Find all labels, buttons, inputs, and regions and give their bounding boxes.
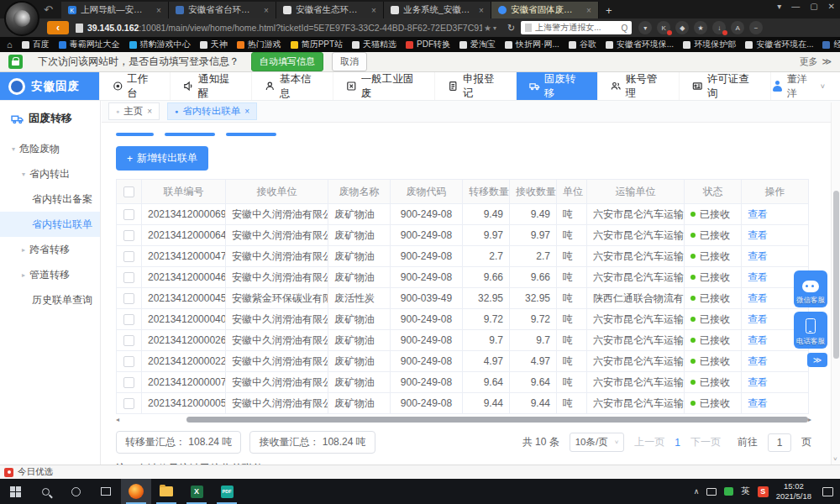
view-link[interactable]: 查看 bbox=[748, 229, 768, 241]
menu-icon[interactable]: − bbox=[749, 21, 763, 34]
sidebar-item-outbound-record[interactable]: 省内转出备案 bbox=[0, 186, 100, 212]
browser-tab[interactable]: 安徽省省台环境厅_... × bbox=[169, 2, 276, 18]
table-horizontal-scrollbar[interactable]: ◂ ▸ bbox=[116, 416, 808, 423]
close-icon[interactable]: × bbox=[244, 107, 249, 116]
browser-tab[interactable]: K 上网导航—安全快捷... × bbox=[61, 2, 169, 18]
view-link[interactable]: 查看 bbox=[748, 376, 768, 388]
more-button[interactable]: 更多 ≫ bbox=[799, 55, 832, 68]
nav-notifications[interactable]: 通知提醒 bbox=[170, 72, 251, 100]
user-menu[interactable]: 董洋洋 ˅ bbox=[771, 72, 825, 100]
nav-workbench[interactable]: 工作台 bbox=[99, 72, 171, 100]
browser-tab-active[interactable]: 安徽省固体废物管理 × bbox=[491, 2, 599, 18]
nav-license-query[interactable]: 许可证查询 bbox=[679, 72, 771, 100]
next-page-button[interactable]: 下一页 bbox=[690, 435, 721, 449]
bookmark-item[interactable]: 热门游戏 bbox=[237, 39, 281, 50]
close-icon[interactable]: × bbox=[156, 6, 161, 15]
row-checkbox[interactable] bbox=[123, 209, 134, 220]
taskbar-clock[interactable]: 15:02 2021/5/18 bbox=[776, 481, 811, 501]
bookmark-item[interactable]: 百度 bbox=[22, 39, 50, 50]
nav-declaration[interactable]: 申报登记 bbox=[434, 72, 516, 100]
dropdown-icon[interactable]: ▾ bbox=[638, 21, 652, 34]
refresh-icon[interactable]: ↻ bbox=[507, 23, 515, 34]
bookmark-item[interactable]: 毒霸网址大全 bbox=[59, 39, 120, 50]
wechat-service-button[interactable]: 微信客服 bbox=[794, 270, 827, 307]
row-checkbox[interactable] bbox=[123, 398, 134, 409]
antivirus-icon[interactable]: K bbox=[657, 21, 670, 34]
scrollbar-thumb[interactable] bbox=[186, 417, 808, 423]
bookmark-item[interactable]: 快折网·网... bbox=[505, 39, 559, 50]
taskbar-search-button[interactable] bbox=[30, 479, 60, 504]
bookmark-star-icon[interactable]: ★ bbox=[484, 24, 491, 33]
search-input[interactable]: 上海警方通报女... Q bbox=[521, 21, 632, 34]
row-checkbox[interactable] bbox=[123, 314, 134, 325]
sidebar-item-cross-province[interactable]: ▸ 跨省转移 bbox=[0, 237, 100, 262]
sidebar-item-outbound-manifest[interactable]: 省内转出联单 bbox=[0, 212, 100, 237]
cortana-button[interactable] bbox=[60, 479, 91, 504]
autofill-button[interactable]: 自动填写信息 bbox=[251, 52, 323, 71]
row-checkbox[interactable] bbox=[123, 377, 134, 388]
view-link[interactable]: 查看 bbox=[748, 271, 768, 283]
bookmark-item[interactable]: 简历PPT站 bbox=[291, 39, 343, 50]
collapse-service-button[interactable]: ≫ bbox=[807, 353, 827, 367]
bookmark-item[interactable]: 安徽省环境在... bbox=[745, 39, 813, 50]
search-icon[interactable]: Q bbox=[621, 24, 627, 33]
bookmark-item[interactable]: 爱淘宝 bbox=[459, 39, 496, 50]
select-all-checkbox[interactable] bbox=[123, 186, 134, 197]
cancel-button[interactable]: 取消 bbox=[332, 52, 367, 71]
new-tab-button[interactable]: + bbox=[606, 4, 612, 17]
close-icon[interactable]: × bbox=[586, 6, 591, 15]
bookmark-item[interactable]: 经典的企业... bbox=[822, 39, 840, 50]
download-icon[interactable]: ↓ bbox=[712, 21, 726, 34]
scroll-left-icon[interactable]: ◂ bbox=[116, 416, 119, 423]
minimize-icon[interactable]: — bbox=[791, 2, 800, 11]
nav-industrial-waste[interactable]: 一般工业固废 bbox=[333, 72, 434, 100]
add-manifest-button[interactable]: + 新增转出联单 bbox=[116, 146, 208, 171]
url-dropdown-icon[interactable]: ▾ bbox=[493, 24, 496, 32]
bookmark-item[interactable]: 环境保护部 bbox=[683, 39, 736, 50]
close-icon[interactable]: × bbox=[264, 6, 269, 15]
row-checkbox[interactable] bbox=[123, 335, 134, 346]
page-size-select[interactable]: 10条/页 ˅ bbox=[570, 433, 625, 452]
nav-waste-transfer[interactable]: 固废转移 bbox=[516, 72, 597, 100]
browser-tab[interactable]: 业务系统_安徽省生... × bbox=[384, 2, 491, 18]
bookmark-item[interactable]: PDF转换 bbox=[406, 39, 450, 50]
view-link[interactable]: 查看 bbox=[748, 355, 768, 367]
bookmark-item[interactable]: 猎豹游戏中心 bbox=[129, 39, 191, 50]
bookmark-item[interactable]: 谷歌 bbox=[569, 39, 596, 50]
bookmark-item[interactable]: 天神 bbox=[200, 39, 228, 50]
sidebar-item-hazardous-waste[interactable]: ▾ 危险废物 bbox=[0, 136, 100, 161]
row-checkbox[interactable] bbox=[123, 230, 134, 241]
view-link[interactable]: 查看 bbox=[748, 334, 768, 346]
messenger-icon[interactable] bbox=[724, 487, 733, 496]
undo-icon[interactable]: ↶ bbox=[44, 3, 53, 16]
view-link[interactable]: 查看 bbox=[748, 313, 768, 325]
scroll-right-icon[interactable]: ▸ bbox=[808, 416, 811, 423]
file-explorer-button[interactable] bbox=[151, 479, 181, 504]
deals-label[interactable]: 今日优选 bbox=[18, 466, 53, 478]
current-page[interactable]: 1 bbox=[675, 437, 680, 449]
goto-page-input[interactable]: 1 bbox=[768, 433, 791, 452]
row-checkbox[interactable] bbox=[123, 272, 134, 283]
lock-icon[interactable]: ◆ bbox=[675, 21, 689, 34]
view-link[interactable]: 查看 bbox=[748, 250, 768, 262]
url-field[interactable]: 39.145.0.162:10081/main/view/home/home.h… bbox=[87, 23, 482, 33]
sidebar-item-history-query[interactable]: 历史联单查询 bbox=[0, 287, 100, 312]
excel-taskbar-button[interactable]: X bbox=[181, 479, 212, 504]
phone-service-button[interactable]: 电话客服 bbox=[794, 312, 827, 349]
sidebar-item-pipeline-transfer[interactable]: ▸ 管道转移 bbox=[0, 262, 100, 287]
view-link[interactable]: 查看 bbox=[748, 292, 768, 304]
tray-expand-icon[interactable]: ∧ bbox=[694, 487, 700, 496]
browser-taskbar-button[interactable] bbox=[121, 479, 151, 504]
tab-outbound-manifest[interactable]: ● 省内转出联单 × bbox=[167, 102, 257, 120]
row-checkbox[interactable] bbox=[123, 293, 134, 304]
back-button[interactable]: ‹ bbox=[47, 21, 69, 34]
task-view-button[interactable] bbox=[91, 479, 121, 504]
close-icon[interactable]: × bbox=[147, 107, 152, 116]
row-checkbox[interactable] bbox=[123, 356, 134, 367]
bookmark-item[interactable]: 安徽省环境保... bbox=[606, 39, 674, 50]
favorites-icon[interactable]: ★ bbox=[694, 21, 707, 34]
nav-basic-info[interactable]: 基本信息 bbox=[251, 72, 333, 100]
maximize-icon[interactable]: ▢ bbox=[810, 2, 817, 11]
page-vertical-scrollbar[interactable]: ˅ bbox=[831, 102, 840, 465]
ime-indicator[interactable]: 英 bbox=[741, 486, 750, 497]
